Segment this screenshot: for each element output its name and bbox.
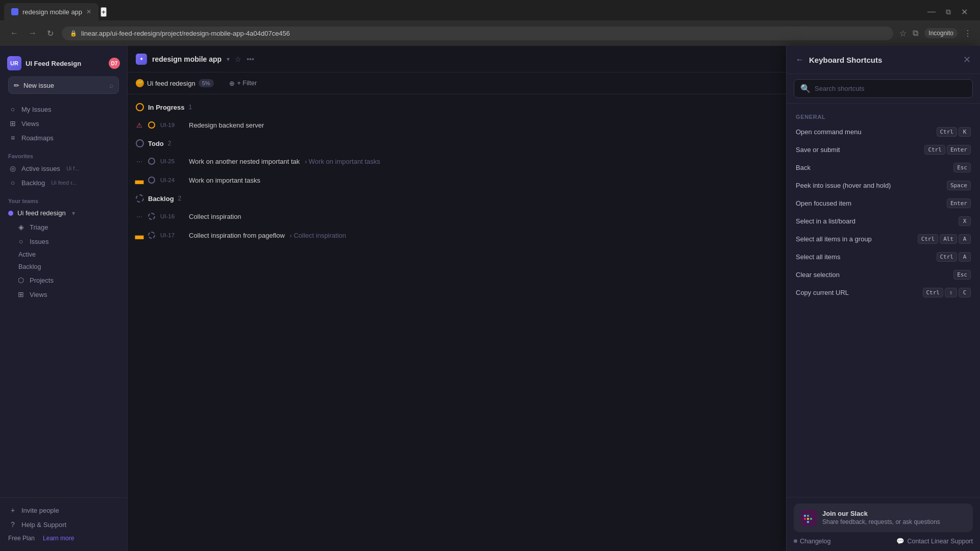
backlog-group-name: Backlog bbox=[148, 195, 174, 203]
contact-support-link[interactable]: 💬 Contact Linear Support bbox=[896, 537, 973, 545]
shortcuts-close-btn[interactable]: ✕ bbox=[963, 54, 971, 65]
progress-pct: 5% bbox=[199, 79, 214, 87]
svg-rect-3 bbox=[807, 515, 809, 517]
key-ctrl: Ctrl bbox=[937, 252, 958, 262]
sidebar-item-invite[interactable]: + Invite people bbox=[4, 503, 123, 517]
roadmaps-label: Roadmaps bbox=[21, 134, 54, 142]
shortcut-peek[interactable]: Peek into issue (hover and hold) Space bbox=[787, 177, 980, 194]
svg-rect-6 bbox=[804, 515, 806, 517]
shortcuts-search: 🔍 bbox=[787, 74, 980, 104]
shortcut-name: Copy current URL bbox=[796, 289, 923, 296]
priority-urgent-icon: ⚠ bbox=[136, 121, 143, 129]
shortcut-copy-url[interactable]: Copy current URL Ctrl ⇧ C bbox=[787, 284, 980, 302]
my-issues-label: My Issues bbox=[21, 106, 52, 113]
parent-ref: › Work on important tasks bbox=[305, 158, 380, 165]
parent-ref: › Collect inspiration bbox=[289, 232, 346, 239]
key-esc: Esc bbox=[953, 163, 971, 172]
bookmark-project-icon[interactable]: ☆ bbox=[235, 55, 241, 63]
shortcut-name: Open command menu bbox=[796, 128, 937, 136]
new-issue-button[interactable]: ✏ New issue ⌕ bbox=[8, 77, 119, 94]
issue-status-icon bbox=[148, 213, 155, 220]
sidebar-sub-backlog[interactable]: Backlog bbox=[4, 261, 123, 273]
favorites-section: Favorites ◎ Active issues Ui f... ○ Back… bbox=[0, 149, 127, 190]
key-c: C bbox=[959, 288, 971, 297]
sidebar-item-triage[interactable]: ◈ Triage bbox=[4, 220, 123, 234]
shortcuts-search-input[interactable] bbox=[815, 85, 966, 92]
address-bar[interactable]: 🔒 linear.app/ui-feed-redesign/project/re… bbox=[62, 27, 893, 40]
slack-card[interactable]: Join our Slack Share feedback, requests,… bbox=[794, 504, 973, 532]
key-enter: Enter bbox=[947, 198, 971, 208]
progress-project-name: Ui feed redesign bbox=[147, 80, 195, 87]
back-nav-btn[interactable]: ← bbox=[8, 27, 20, 40]
sidebar-item-issues[interactable]: ○ Issues bbox=[4, 234, 123, 248]
sidebar-item-my-issues[interactable]: ○ My Issues bbox=[4, 102, 123, 116]
sidebar-item-views-team[interactable]: ⊞ Views bbox=[4, 287, 123, 302]
sidebar-item-views[interactable]: ⊞ Views bbox=[4, 116, 123, 131]
triage-icon: ◈ bbox=[16, 223, 26, 231]
issue-status-icon bbox=[148, 177, 155, 184]
team-header[interactable]: Ui feed redesign ▾ bbox=[4, 206, 123, 220]
more-options-icon[interactable]: ••• bbox=[247, 55, 254, 63]
shortcut-open-command-menu[interactable]: Open command menu Ctrl K bbox=[787, 123, 980, 141]
support-label: Contact Linear Support bbox=[907, 538, 973, 545]
restore-btn[interactable]: ⧉ bbox=[946, 8, 951, 16]
shortcuts-back-btn[interactable]: ← bbox=[796, 55, 804, 64]
extensions-icon[interactable]: ⧉ bbox=[913, 29, 918, 38]
shortcut-select-list[interactable]: Select in a list/board X bbox=[787, 212, 980, 230]
issues-label: Issues bbox=[30, 238, 49, 245]
menu-icon[interactable]: ⋮ bbox=[964, 29, 972, 38]
shortcut-select-all[interactable]: Select all items Ctrl A bbox=[787, 248, 980, 266]
issue-id: UI-17 bbox=[160, 232, 184, 238]
forward-nav-btn[interactable]: → bbox=[27, 27, 39, 40]
learn-more-btn[interactable]: Learn more bbox=[43, 535, 74, 542]
new-issue-section: ✏ New issue ⌕ bbox=[0, 77, 127, 98]
close-btn[interactable]: ✕ bbox=[961, 7, 968, 17]
workspace-header[interactable]: UR UI Feed Redesign D7 bbox=[0, 52, 127, 74]
bookmark-icon[interactable]: ☆ bbox=[899, 29, 906, 38]
sidebar-item-active-issues[interactable]: ◎ Active issues Ui f... bbox=[4, 161, 123, 176]
active-sub-label: Active bbox=[18, 251, 36, 258]
sidebar-sub-active[interactable]: Active bbox=[4, 248, 123, 261]
filter-button[interactable]: ⊕ + Filter bbox=[224, 77, 262, 90]
minimize-btn[interactable]: — bbox=[927, 7, 936, 16]
in-progress-group-name: In Progress bbox=[148, 104, 185, 111]
key-esc: Esc bbox=[953, 270, 971, 280]
shortcut-select-all-group[interactable]: Select all items in a group Ctrl Alt A bbox=[787, 230, 980, 248]
new-tab-button[interactable]: + bbox=[101, 7, 107, 17]
shortcut-save-or-submit[interactable]: Save or submit Ctrl Enter bbox=[787, 141, 980, 159]
project-chevron-icon: ▾ bbox=[227, 56, 230, 63]
sidebar-item-help[interactable]: ? Help & Support bbox=[4, 517, 123, 532]
issues-icon: ○ bbox=[16, 237, 26, 245]
views-label: Views bbox=[21, 120, 39, 128]
active-tab[interactable]: redesign mobile app ✕ bbox=[4, 3, 99, 20]
search-icon[interactable]: ⌕ bbox=[109, 81, 113, 89]
reload-btn[interactable]: ↻ bbox=[45, 27, 56, 40]
key-ctrl: Ctrl bbox=[937, 127, 958, 137]
free-plan-row[interactable]: Free Plan Learn more bbox=[4, 532, 123, 545]
shortcut-name: Clear selection bbox=[796, 271, 953, 279]
priority-medium-icon: ▄▄ bbox=[136, 232, 143, 239]
search-input-wrap[interactable]: 🔍 bbox=[794, 79, 973, 98]
issue-title: Redesign backend server bbox=[189, 121, 851, 129]
sidebar-item-roadmaps[interactable]: ≡ Roadmaps bbox=[4, 131, 123, 145]
shortcut-name: Save or submit bbox=[796, 146, 924, 154]
progress-label: 🌱 Ui feed redesign 5% bbox=[136, 79, 214, 87]
key-shift: ⇧ bbox=[945, 288, 957, 297]
issue-status-icon bbox=[148, 158, 155, 165]
shortcut-back[interactable]: Back Esc bbox=[787, 159, 980, 177]
active-issues-sublabel: Ui f... bbox=[66, 165, 80, 171]
triage-label: Triage bbox=[30, 223, 48, 231]
tab-close-btn[interactable]: ✕ bbox=[86, 8, 91, 15]
changelog-link[interactable]: Changelog bbox=[794, 538, 830, 545]
sidebar-item-backlog-fav[interactable]: ○ Backlog Ui feed r... bbox=[4, 176, 123, 190]
teams-label: Your teams bbox=[4, 194, 123, 206]
shortcut-clear-selection[interactable]: Clear selection Esc bbox=[787, 266, 980, 284]
svg-rect-0 bbox=[801, 510, 817, 526]
key-ctrl: Ctrl bbox=[924, 145, 945, 155]
issue-id: UI-25 bbox=[160, 158, 184, 164]
team-dot bbox=[8, 211, 13, 216]
project-title: redesign mobile app bbox=[152, 55, 222, 63]
sidebar-item-projects[interactable]: ⬡ Projects bbox=[4, 273, 123, 287]
my-issues-icon: ○ bbox=[8, 105, 17, 113]
shortcut-open-focused[interactable]: Open focused item Enter bbox=[787, 194, 980, 212]
